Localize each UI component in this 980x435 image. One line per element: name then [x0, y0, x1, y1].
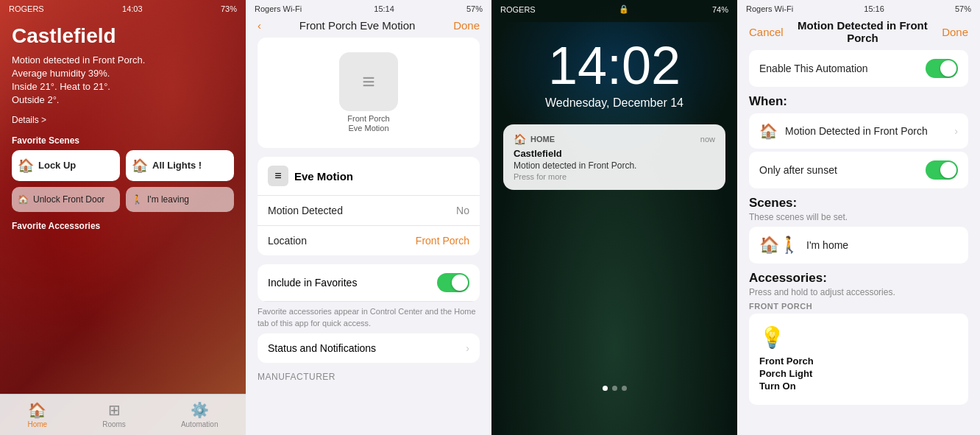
im-home-scene-card[interactable]: 🏠🚶 I'm home: [749, 227, 968, 264]
status-notifications-section: Status and Notifications ›: [258, 333, 480, 363]
favorites-description: Favorite accessories appear in Control C…: [258, 306, 480, 329]
tab-automation[interactable]: ⚙️ Automation: [181, 401, 219, 428]
device-icon-label: Front Porch Eve Motion: [339, 114, 398, 133]
panel4-time: 15:16: [864, 4, 884, 13]
panel2-time: 15:14: [374, 4, 394, 13]
device-icon-box: ≡: [339, 52, 398, 111]
panel3-lock-icon: 🔒: [619, 4, 629, 14]
notification-app: 🏠 HOME: [514, 133, 555, 145]
unlock-front-door-button[interactable]: 🏠 Unlock Front Door: [12, 187, 120, 212]
status-notifications-row[interactable]: Status and Notifications ›: [258, 333, 480, 363]
scenes-section-title: Scenes:: [749, 196, 968, 211]
lock-screen-time: 14:02: [491, 39, 737, 92]
panel2-header: ‹ Front Porch Eve Motion Done: [246, 16, 491, 38]
only-after-sunset-toggle[interactable]: [926, 160, 958, 180]
light-bulb-icon: 💡: [759, 325, 785, 350]
include-favorites-toggle[interactable]: [437, 273, 469, 292]
enable-automation-row: Enable This Automation: [749, 50, 968, 87]
location-row: Location Front Porch: [258, 226, 480, 255]
leaving-icon: 🚶: [132, 194, 143, 205]
favorite-accessories-title: Favorite Accessories: [12, 221, 234, 231]
panel3-battery: 74%: [712, 5, 728, 14]
motion-detected-row: Motion Detected No: [258, 196, 480, 226]
status-notifications-label: Status and Notifications: [268, 342, 376, 354]
enable-toggle-thumb: [940, 60, 956, 77]
device-card: ≡ Front Porch Eve Motion: [258, 38, 480, 148]
panel-lock-screen: ROGERS 🔒 74% 14:02 Wednesday, December 1…: [491, 0, 737, 435]
accessories-section-title: Accessories:: [749, 271, 968, 286]
motion-detail-list: Motion Detected No Location Front Porch: [258, 196, 480, 255]
notification-body: Motion detected in Front Porch.: [514, 160, 715, 171]
lock-up-scene-button[interactable]: 🏠 Lock Up: [12, 150, 120, 181]
home-subtitle: Motion detected in Front Porch.Average h…: [12, 54, 234, 107]
panel-eve-motion: Rogers Wi-Fi 15:14 57% ‹ Front Porch Eve…: [246, 0, 491, 435]
panel2-status-bar: Rogers Wi-Fi 15:14 57%: [246, 0, 491, 16]
sensor-small-icon: ≡: [268, 166, 288, 186]
panel2-done-button[interactable]: Done: [453, 19, 480, 32]
im-leaving-button[interactable]: 🚶 I'm leaving: [126, 187, 234, 212]
leaving-label: I'm leaving: [147, 194, 189, 205]
im-home-scene-label: I'm home: [806, 239, 848, 251]
done-button[interactable]: Done: [942, 26, 968, 38]
notification-time: now: [700, 135, 715, 144]
cancel-button[interactable]: Cancel: [749, 26, 784, 38]
include-favorites-label: Include in Favorites: [268, 277, 357, 289]
include-favorites-row: Include in Favorites: [258, 264, 480, 302]
when-trigger-row[interactable]: 🏠 Motion Detected in Front Porch ›: [749, 113, 968, 149]
panel2-title: Front Porch Eve Motion: [261, 19, 453, 32]
details-link-text: Details >: [12, 115, 46, 125]
automation-title: Motion Detected in Front Porch: [784, 19, 942, 44]
notification-title: Castlefield: [514, 148, 715, 159]
im-home-scene-icon: 🏠🚶: [759, 236, 799, 255]
notification-more: Press for more: [514, 172, 715, 181]
panel1-battery: 73%: [221, 4, 237, 13]
home-tab-icon: 🏠: [28, 401, 46, 419]
panel1-status-bar: ROGERS 14:03 73%: [0, 0, 246, 16]
chevron-right-icon: ›: [466, 342, 469, 354]
panel1-carrier: ROGERS: [9, 4, 44, 13]
home-tab-label: Home: [28, 420, 48, 428]
panel-automation-detail: Rogers Wi-Fi 15:16 57% Cancel Motion Det…: [737, 0, 980, 435]
home-app-icon: 🏠: [514, 133, 526, 145]
when-trigger-left: 🏠 Motion Detected in Front Porch: [759, 122, 928, 140]
accessories-section-subtitle: Press and hold to adjust accessories.: [749, 287, 968, 297]
all-lights-label: All Lights !: [152, 160, 202, 171]
panel-home: ROGERS 14:03 73% Castlefield Motion dete…: [0, 0, 246, 435]
details-link[interactable]: Details >: [12, 115, 234, 125]
tab-rooms[interactable]: ⊞ Rooms: [102, 401, 126, 428]
motion-detected-label: Motion Detected: [268, 205, 343, 216]
lock-screen-date: Wednesday, December 14: [491, 96, 737, 110]
tab-home[interactable]: 🏠 Home: [28, 401, 48, 428]
panel2-battery: 57%: [466, 4, 483, 13]
all-lights-scene-button[interactable]: 🏠 All Lights !: [126, 150, 234, 181]
accessory-card-label: Front PorchPorch LightTurn On: [759, 356, 814, 393]
panel4-carrier: Rogers Wi-Fi: [746, 4, 793, 13]
location-label: Location: [268, 235, 307, 247]
when-chevron-icon: ›: [954, 125, 958, 137]
unlock-label: Unlock Front Door: [33, 194, 104, 205]
manufacturer-section-header: MANUFACTURER: [258, 372, 480, 382]
panel1-main-content: Castlefield Motion detected in Front Por…: [0, 16, 246, 237]
automation-tab-label: Automation: [181, 420, 219, 428]
rooms-tab-label: Rooms: [102, 420, 126, 428]
panel4-header: Cancel Motion Detected in Front Porch Do…: [737, 16, 980, 50]
dot-1: [603, 386, 608, 391]
tab-bar: 🏠 Home ⊞ Rooms ⚙️ Automation: [0, 394, 246, 435]
only-after-sunset-label: Only after sunset: [759, 164, 837, 176]
toggle-thumb: [452, 275, 468, 291]
panel4-battery: 57%: [955, 4, 971, 13]
lock-screen-notification[interactable]: 🏠 HOME now Castlefield Motion detected i…: [503, 124, 725, 190]
enable-automation-toggle[interactable]: [926, 59, 958, 78]
when-trigger-label: Motion Detected in Front Porch: [785, 125, 928, 137]
enable-automation-label: Enable This Automation: [759, 63, 868, 74]
home-orange-icon: 🏠: [759, 122, 778, 140]
panel3-carrier: ROGERS: [500, 5, 536, 14]
automation-tab-icon: ⚙️: [191, 401, 209, 419]
panel1-time: 14:03: [122, 4, 143, 13]
lock-up-label: Lock Up: [38, 160, 76, 171]
eve-motion-label: Eve Motion: [294, 170, 353, 183]
house-icon: 🏠: [18, 158, 34, 174]
unlock-icon: 🏠: [18, 194, 29, 205]
orange-house-icon: 🏠: [132, 158, 148, 174]
front-porch-light-card[interactable]: 💡 Front PorchPorch LightTurn On: [749, 314, 968, 405]
